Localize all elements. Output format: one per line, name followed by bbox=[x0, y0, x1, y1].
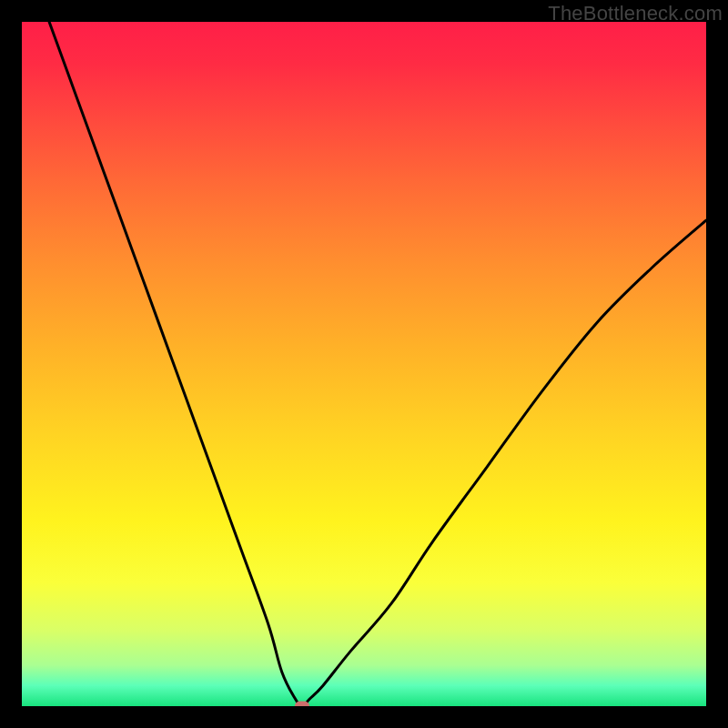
curve-svg bbox=[22, 22, 706, 706]
watermark-text: TheBottleneck.com bbox=[548, 2, 723, 25]
optimal-point-marker bbox=[295, 702, 309, 707]
chart-frame: TheBottleneck.com bbox=[0, 0, 728, 728]
plot-area bbox=[22, 22, 706, 706]
bottleneck-curve bbox=[49, 22, 706, 706]
